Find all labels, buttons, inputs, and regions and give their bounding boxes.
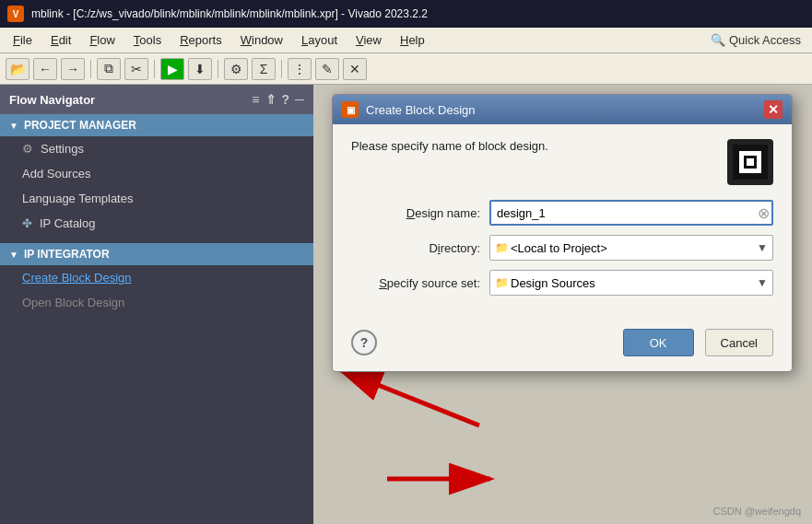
dialog-title-left: ▣ Create Block Design [342, 101, 476, 118]
directory-select-wrap: 📁 <Local to Project> ▼ [489, 235, 773, 261]
nav-item-add-sources[interactable]: Add Sources [0, 161, 313, 186]
toolbar-sep-2 [154, 60, 155, 78]
search-icon: 🔍 [711, 33, 725, 47]
toolbar-more-btn[interactable]: ⋮ [288, 58, 312, 80]
nav-item-language-templates[interactable]: Language Templates [0, 186, 313, 211]
nav-ctrl-help[interactable]: ? [282, 92, 290, 107]
nav-item-ip-catalog-label: IP Catalog [40, 216, 95, 230]
amd-logo [727, 139, 773, 185]
menu-view[interactable]: View [347, 31, 391, 49]
svg-line-3 [341, 370, 479, 425]
ip-catalog-icon: ✤ [22, 216, 32, 230]
nav-section-ip-integrator[interactable]: ▼ IP INTEGRATOR [0, 243, 313, 265]
design-name-clear-icon[interactable]: ⊗ [758, 204, 770, 222]
dialog-prompt-text: Please specify name of block design. [351, 139, 548, 153]
toolbar-close-btn[interactable]: ✕ [343, 58, 367, 80]
nav-item-settings-label: Settings [41, 142, 84, 156]
design-name-input-wrap: ⊗ [489, 200, 773, 226]
dialog-prompt: Please specify name of block design. [351, 139, 773, 185]
menu-reports[interactable]: Reports [171, 31, 231, 49]
nav-header-controls: ≡ ⇑ ? ─ [252, 92, 304, 107]
source-set-label: Specify source set: [351, 276, 480, 290]
dialog-title: Create Block Design [366, 103, 476, 117]
toolbar-run-btn[interactable]: ▶ [160, 58, 184, 80]
directory-select[interactable]: <Local to Project> [489, 235, 773, 261]
flow-nav-header: Flow Navigator ≡ ⇑ ? ─ [0, 85, 313, 114]
toolbar-edit-btn[interactable]: ✎ [315, 58, 339, 80]
menu-window[interactable]: Window [231, 31, 292, 49]
chevron-down-icon-2: ▼ [9, 250, 18, 260]
watermark: CSDN @weifengdq [712, 506, 801, 517]
toolbar-back-btn[interactable]: ← [33, 58, 57, 80]
toolbar-sep-1 [90, 60, 91, 78]
menu-tools[interactable]: Tools [124, 31, 171, 49]
toolbar-download-btn[interactable]: ⬇ [188, 58, 212, 80]
menu-layout[interactable]: Layout [292, 31, 347, 49]
source-set-select-wrap: 📁 Design Sources ▼ [489, 270, 773, 296]
cancel-button[interactable]: Cancel [705, 329, 773, 356]
design-name-row: Design name: ⊗ [351, 200, 773, 226]
svg-rect-1 [747, 158, 754, 166]
nav-item-open-bd-label: Open Block Design [22, 296, 124, 309]
nav-item-add-sources-label: Add Sources [22, 167, 90, 180]
menu-edit[interactable]: Edit [41, 31, 80, 49]
menu-bar: File Edit Flow Tools Reports Window Layo… [0, 28, 812, 53]
chevron-down-icon: ▼ [9, 121, 18, 131]
flow-nav-title: Flow Navigator [9, 93, 95, 107]
dialog-close-button[interactable]: ✕ [764, 100, 783, 119]
main-area: Flow Navigator ≡ ⇑ ? ─ ▼ PROJECT MANAGER… [0, 85, 812, 524]
directory-row: Directory: 📁 <Local to Project> ▼ [351, 235, 773, 261]
toolbar-sep-4 [281, 60, 282, 78]
toolbar-copy-btn[interactable]: ⧉ [97, 58, 121, 80]
nav-section-project-manager[interactable]: ▼ PROJECT MANAGER [0, 114, 313, 136]
app-logo: V [7, 6, 24, 22]
nav-item-lang-templates-label: Language Templates [22, 192, 133, 205]
nav-item-create-bd-label: Create Block Design [22, 271, 132, 285]
flow-navigator: Flow Navigator ≡ ⇑ ? ─ ▼ PROJECT MANAGER… [0, 85, 313, 524]
toolbar: 📂 ← → ⧉ ✂ ▶ ⬇ ⚙ Σ ⋮ ✎ ✕ [0, 53, 812, 85]
content-area: ▣ Create Block Design ✕ Please specify n… [313, 85, 812, 524]
nav-item-open-block-design[interactable]: Open Block Design [0, 290, 313, 315]
toolbar-settings-btn[interactable]: ⚙ [224, 58, 248, 80]
quick-access-label: Quick Access [729, 33, 801, 47]
toolbar-open-btn[interactable]: 📂 [6, 58, 29, 80]
nav-item-ip-catalog[interactable]: ✤ IP Catalog [0, 211, 313, 236]
source-set-row: Specify source set: 📁 Design Sources ▼ [351, 270, 773, 296]
nav-item-settings[interactable]: ⚙ Settings [0, 136, 313, 161]
menu-flow[interactable]: Flow [80, 31, 124, 49]
create-block-design-dialog: ▣ Create Block Design ✕ Please specify n… [332, 94, 793, 372]
design-name-label: Design name: [351, 206, 480, 220]
nav-ctrl-pin[interactable]: ─ [295, 92, 304, 107]
dialog-logo: ▣ [342, 101, 359, 118]
source-set-select[interactable]: Design Sources [489, 270, 773, 296]
quick-access[interactable]: 🔍 Quick Access [711, 33, 808, 47]
title-bar: V mblink - [C:/z/ws_vivado/blink/mblink/… [0, 0, 812, 28]
toolbar-cut-btn[interactable]: ✂ [124, 58, 148, 80]
design-name-input[interactable] [489, 200, 773, 226]
dialog-body: Please specify name of block design. Des… [333, 124, 792, 320]
directory-label: Directory: [351, 241, 480, 255]
dialog-footer: ? OK Cancel [333, 320, 792, 371]
help-button[interactable]: ? [351, 330, 377, 355]
nav-ctrl-collapse[interactable]: ≡ [252, 92, 259, 107]
gear-icon: ⚙ [22, 142, 33, 156]
dialog-titlebar: ▣ Create Block Design ✕ [333, 95, 792, 124]
nav-section-ipi-label: IP INTEGRATOR [24, 248, 110, 261]
nav-ctrl-up[interactable]: ⇑ [265, 92, 277, 107]
ok-button[interactable]: OK [623, 329, 694, 356]
window-title: mblink - [C:/z/ws_vivado/blink/mblink/mb… [31, 7, 428, 20]
menu-help[interactable]: Help [391, 31, 434, 49]
toolbar-sigma-btn[interactable]: Σ [252, 58, 276, 80]
toolbar-sep-3 [218, 60, 218, 78]
menu-file[interactable]: File [4, 31, 41, 49]
toolbar-forward-btn[interactable]: → [61, 58, 85, 80]
nav-section-pm-label: PROJECT MANAGER [24, 119, 136, 132]
nav-item-create-block-design[interactable]: Create Block Design [0, 265, 313, 290]
